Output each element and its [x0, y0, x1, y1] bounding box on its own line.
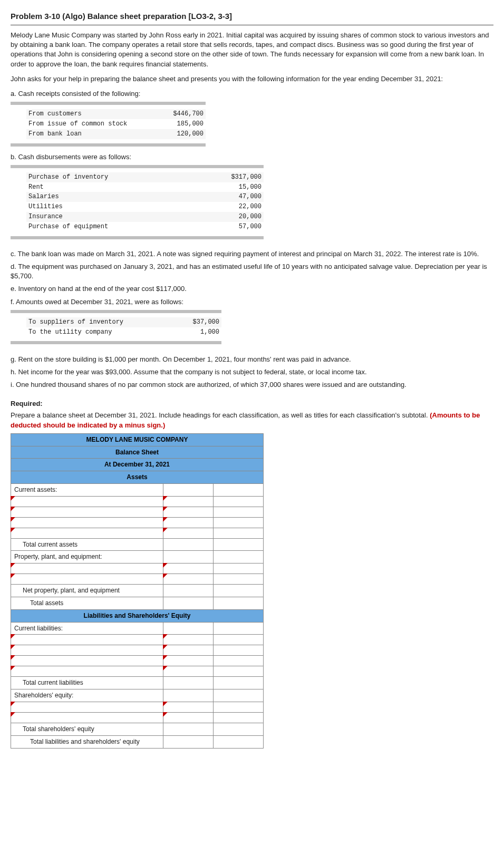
bs-input-cell[interactable]: [163, 645, 214, 656]
bs-cell[interactable]: [214, 689, 264, 702]
bs-cell[interactable]: [214, 666, 264, 677]
bs-cell[interactable]: [163, 723, 214, 736]
bs-input-cell[interactable]: [11, 507, 163, 517]
bs-input-cell[interactable]: [11, 574, 163, 585]
bs-input-cell[interactable]: [163, 713, 214, 723]
table-row-label: Rent: [26, 182, 195, 192]
item-e: e. Inventory on hand at the end of the y…: [11, 284, 493, 294]
amounts-owed-table: To suppliers of inventory$37,000 To the …: [26, 317, 221, 337]
bs-cell[interactable]: [163, 677, 214, 689]
item-h: h. Net income for the year was $93,000. …: [11, 367, 493, 377]
bs-input-cell[interactable]: [163, 563, 214, 574]
bs-cell[interactable]: [214, 528, 264, 538]
bs-input-cell[interactable]: [11, 563, 163, 574]
bs-cell[interactable]: [163, 585, 214, 597]
bs-cell[interactable]: [214, 507, 264, 517]
bs-cell[interactable]: [214, 677, 264, 689]
bs-input-cell[interactable]: [163, 574, 214, 585]
bs-input-cell[interactable]: [11, 528, 163, 538]
bs-cell[interactable]: [214, 723, 264, 736]
bs-input-cell[interactable]: [163, 528, 214, 538]
bs-input-cell[interactable]: [163, 496, 214, 507]
bs-cell[interactable]: [163, 538, 214, 551]
bs-title: Balance Sheet: [11, 446, 264, 459]
bs-total-lse: Total liabilities and shareholders' equi…: [11, 735, 163, 748]
bs-total-assets: Total assets: [11, 597, 163, 610]
bs-ppe-label: Property, plant, and equipment:: [11, 551, 163, 563]
bs-cell[interactable]: [214, 517, 264, 528]
bs-cell[interactable]: [163, 689, 214, 702]
bs-input-cell[interactable]: [11, 635, 163, 645]
bs-cell[interactable]: [214, 574, 264, 585]
bs-input-cell[interactable]: [11, 517, 163, 528]
table-row-label: Purchase of equipment: [26, 222, 195, 232]
bs-input-cell[interactable]: [163, 656, 214, 666]
bs-cell[interactable]: [163, 551, 214, 563]
bs-input-cell[interactable]: [163, 507, 214, 517]
intro-paragraph-2: John asks for your help in preparing the…: [11, 74, 493, 84]
table-row-label: From customers: [26, 109, 160, 119]
bs-cell[interactable]: [214, 563, 264, 574]
bs-assets-heading: Assets: [11, 471, 264, 484]
bs-input-cell[interactable]: [11, 656, 163, 666]
bs-lse-heading: Liabilities and Shareholders' Equity: [11, 609, 264, 622]
table-row-value: $446,700: [160, 109, 206, 119]
bs-date: At December 31, 2021: [11, 459, 264, 471]
bs-input-cell[interactable]: [163, 635, 214, 645]
item-g: g. Rent on the store building is $1,000 …: [11, 355, 493, 364]
intro-paragraph-1: Melody Lane Music Company was started by…: [11, 31, 493, 69]
required-text: Prepare a balance sheet at December 31, …: [11, 411, 493, 430]
bs-net-ppe: Net property, plant, and equipment: [11, 585, 163, 597]
bs-input-cell[interactable]: [163, 517, 214, 528]
table-row-value: 20,000: [195, 212, 264, 222]
table-row-value: $317,000: [195, 172, 264, 182]
bs-input-cell[interactable]: [163, 666, 214, 677]
bs-input-cell[interactable]: [11, 496, 163, 507]
bs-cell[interactable]: [214, 635, 264, 645]
item-a-intro: a. Cash receipts consisted of the follow…: [11, 89, 493, 99]
bs-cell[interactable]: [163, 483, 214, 496]
bs-cell[interactable]: [214, 645, 264, 656]
table-row-label: Purchase of inventory: [26, 172, 195, 182]
table-row-value: 57,000: [195, 222, 264, 232]
bs-cell[interactable]: [214, 585, 264, 597]
bs-cell[interactable]: [214, 483, 264, 496]
problem-title: Problem 3-10 (Algo) Balance sheet prepar…: [11, 11, 493, 25]
bs-cell[interactable]: [214, 597, 264, 610]
bs-cell[interactable]: [214, 702, 264, 713]
cash-receipts-table: From customers$446,700 From issue of com…: [26, 109, 206, 139]
bs-input-cell[interactable]: [163, 702, 214, 713]
item-b-intro: b. Cash disbursements were as follows:: [11, 152, 493, 162]
bs-cell[interactable]: [214, 656, 264, 666]
bs-cell[interactable]: [214, 496, 264, 507]
bs-input-cell[interactable]: [11, 702, 163, 713]
item-c: c. The bank loan was made on March 31, 2…: [11, 249, 493, 259]
item-f: f. Amounts owed at December 31, 2021, we…: [11, 297, 493, 307]
bs-input-cell[interactable]: [11, 645, 163, 656]
bs-total-current-liab: Total current liabilities: [11, 677, 163, 689]
item-i: i. One hundred thousand shares of no par…: [11, 380, 493, 390]
bs-input-cell[interactable]: [11, 713, 163, 723]
bs-cell[interactable]: [214, 735, 264, 748]
table-row-value: $37,000: [175, 317, 221, 327]
bs-current-liab-label: Current liabilities:: [11, 622, 163, 635]
bs-cell[interactable]: [214, 622, 264, 635]
bs-cell[interactable]: [214, 713, 264, 723]
cash-disbursements-table: Purchase of inventory$317,000 Rent15,000…: [26, 172, 264, 232]
bs-current-assets-label: Current assets:: [11, 483, 163, 496]
bs-input-cell[interactable]: [11, 666, 163, 677]
table-row-label: To the utility company: [26, 327, 175, 337]
table-row-value: 185,000: [160, 119, 206, 129]
bs-cell[interactable]: [163, 735, 214, 748]
bs-total-current-assets: Total current assets: [11, 538, 163, 551]
bs-cell[interactable]: [163, 597, 214, 610]
bs-total-se: Total shareholders' equity: [11, 723, 163, 736]
table-row-value: 22,000: [195, 202, 264, 212]
table-row-value: 120,000: [160, 129, 206, 139]
bs-se-label: Shareholders' equity:: [11, 689, 163, 702]
bs-cell[interactable]: [214, 551, 264, 563]
bs-cell[interactable]: [214, 538, 264, 551]
table-row-value: 47,000: [195, 192, 264, 202]
bs-cell[interactable]: [163, 622, 214, 635]
table-row-value: 1,000: [175, 327, 221, 337]
